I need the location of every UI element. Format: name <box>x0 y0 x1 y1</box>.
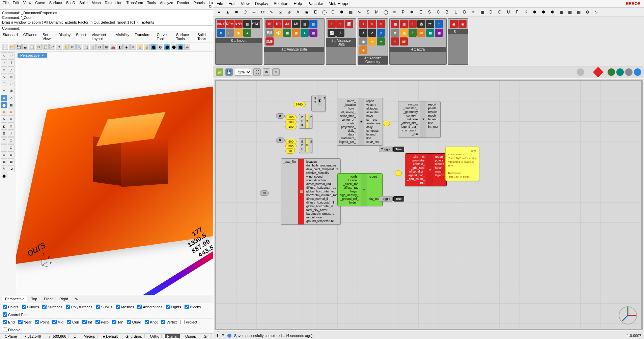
render-icon[interactable]: ⬤ <box>150 44 157 50</box>
t12-icon[interactable]: ⊠ <box>8 151 15 158</box>
material-icon[interactable]: ◐ <box>157 44 163 50</box>
menu-render[interactable]: Render <box>177 1 189 9</box>
epw-import-node[interactable]: _epw_file ▦ locationdry_bulb_temperature… <box>281 158 341 225</box>
filter-polysurfaces[interactable]: Polysurfaces <box>66 305 92 309</box>
sel-icon[interactable]: ⬚ <box>8 52 15 59</box>
ribbon-icon[interactable]: 🏃 <box>409 20 417 28</box>
tab-icon[interactable]: E <box>312 9 318 15</box>
pan-icon[interactable]: ✋ <box>63 44 69 50</box>
tab-icon[interactable]: K <box>523 9 529 15</box>
light-icon[interactable]: 💡 <box>137 44 143 50</box>
tab-cplanes[interactable]: CPlanes <box>23 33 37 41</box>
ribbon-icon[interactable]: 📊 <box>345 20 353 28</box>
ribbon-icon[interactable]: AB <box>292 20 300 28</box>
gh-menu-metahopper[interactable]: MetaHopper <box>329 1 351 6</box>
tab-icon[interactable]: ⬡ <box>242 9 248 15</box>
ribbon-icon[interactable]: 📷 <box>426 20 434 28</box>
gh-canvas[interactable]: NC◧S 8760 ✖ ✖ C/ 100 100 100 BBB⊕B 500 5… <box>215 80 643 330</box>
ribbon-icon[interactable]: ☀ <box>377 20 385 28</box>
tab-icon[interactable]: A <box>295 9 301 15</box>
t17-icon[interactable]: ⬤ <box>1 173 7 179</box>
ribbon-icon[interactable]: ☀ <box>368 29 376 37</box>
menu-surface[interactable]: Surface <box>49 1 62 9</box>
toggle[interactable]: ToggleTrue <box>379 196 404 202</box>
filter-tan[interactable]: Tan <box>112 320 123 324</box>
tab-icon[interactable]: ▲ <box>225 9 231 15</box>
refresh-icon[interactable]: ⟳ <box>222 333 225 338</box>
tab-icon[interactable]: S <box>426 9 432 15</box>
tab-icon[interactable]: ▦ <box>567 9 573 15</box>
relay-chip[interactable]: ✖ <box>276 137 285 143</box>
gh-menu-edit[interactable]: Edit <box>228 1 235 6</box>
tab-icon[interactable]: ⟳ <box>260 9 266 15</box>
ribbon-icon[interactable]: ◉ <box>458 20 467 28</box>
ribbon-icon[interactable]: 📈 <box>328 29 336 37</box>
ribbon-icon[interactable]: ▦ <box>243 20 251 28</box>
explode-icon[interactable]: ✹ <box>1 109 7 116</box>
perspective-viewport[interactable]: Perspective ours 177 1330.5 887.00 443.5… <box>16 52 213 295</box>
cut-icon[interactable]: ✂ <box>36 44 42 50</box>
slider[interactable]: 100 <box>285 124 297 129</box>
cplane-icon[interactable]: ◧ <box>117 44 123 50</box>
ribbon-icon[interactable]: ▦ <box>283 29 291 37</box>
status-sm[interactable]: Sm <box>202 334 212 338</box>
zoom-fit-icon[interactable]: ⛶ <box>253 68 261 76</box>
tab-icon[interactable]: ▦ <box>347 9 354 15</box>
tab-right[interactable]: Right <box>56 296 71 302</box>
ribbon-icon[interactable]: 🏃 <box>391 37 399 45</box>
redo-icon[interactable]: ↷ <box>56 44 62 50</box>
named-icon[interactable]: ◈ <box>123 44 130 50</box>
ribbon-icon[interactable]: ▦ <box>426 29 434 37</box>
open-icon[interactable]: 📂 <box>9 44 15 50</box>
ribbon-icon[interactable]: ☀ <box>377 29 385 37</box>
menu-curve[interactable]: Curve <box>35 1 45 9</box>
tab-surfacetools[interactable]: Surface Tools <box>176 33 192 41</box>
menu-edit[interactable]: Edit <box>13 1 19 9</box>
tab-icon[interactable]: ▦ <box>576 9 582 15</box>
filter-surfaces[interactable]: Surfaces <box>42 305 62 309</box>
tab-icon[interactable]: ∿ <box>593 9 599 15</box>
tab-icon[interactable]: ═ <box>251 9 257 15</box>
menu-panels[interactable]: Panels <box>193 1 205 9</box>
zoom-win-icon[interactable]: ⬚ <box>83 44 89 50</box>
filter-mid[interactable]: Mid <box>52 320 64 324</box>
poly-icon[interactable]: ⬠ <box>8 81 15 87</box>
status-planar[interactable]: Planar <box>165 334 180 338</box>
download-icon[interactable]: ⬇ <box>216 333 219 338</box>
construct-point-2[interactable]: BBB⊕B <box>299 138 312 153</box>
t14-icon[interactable]: ▦ <box>8 158 15 165</box>
filter-point[interactable]: Point <box>35 320 49 324</box>
ribbon-icon[interactable]: 🏃 <box>336 20 344 28</box>
ribbon-icon[interactable]: RPM <box>226 20 234 28</box>
tab-curvetools[interactable]: Curve Tools <box>157 33 171 41</box>
zoom-ext-icon[interactable]: ⊡ <box>90 44 96 50</box>
ribbon-icon[interactable]: ☀ <box>359 20 367 28</box>
status-grid[interactable]: Grid Snap <box>123 334 145 338</box>
tab-standard[interactable]: Standard <box>3 33 18 41</box>
tab-solidtools[interactable]: Solid Tools <box>197 33 210 41</box>
open-icon[interactable]: 📂 <box>216 68 223 76</box>
yellow-input-chip[interactable] <box>383 121 390 126</box>
menu-dimension[interactable]: Dimension <box>105 1 122 9</box>
filter-blocks[interactable]: Blocks <box>185 305 201 309</box>
status-osnap[interactable]: Osnap <box>183 334 198 338</box>
lock-icon[interactable]: 🔒 <box>144 44 150 50</box>
rect-icon[interactable]: ▭ <box>8 73 15 80</box>
layers-icon[interactable]: ≡ <box>130 44 136 50</box>
menu-subd[interactable]: SubD <box>66 1 76 9</box>
ribbon-icon[interactable]: 📁 <box>400 37 408 45</box>
error-panel[interactable]: {0;0} Runtime error (DivideByZeroExcepti… <box>445 147 479 181</box>
ribbon-icon[interactable]: DMH <box>265 37 274 45</box>
ellipse-icon[interactable]: ⬭ <box>1 88 7 94</box>
filter-vertex[interactable]: Vertex <box>161 320 177 324</box>
panel-merge[interactable]: NC◧S <box>311 95 326 112</box>
circle-icon[interactable]: ○ <box>1 66 7 73</box>
ribbon-icon[interactable]: ⇔ <box>217 29 225 37</box>
tab-icon[interactable]: ✱ <box>532 9 538 15</box>
sketch-icon[interactable]: ✎ <box>272 68 280 76</box>
ribbon-icon[interactable]: 101 <box>274 20 282 28</box>
filter-subds[interactable]: SubDs <box>96 305 112 309</box>
tab-icon[interactable]: ◉ <box>304 9 310 15</box>
tab-icon[interactable]: ∿ <box>356 9 362 15</box>
shade-red-icon[interactable] <box>593 67 604 77</box>
